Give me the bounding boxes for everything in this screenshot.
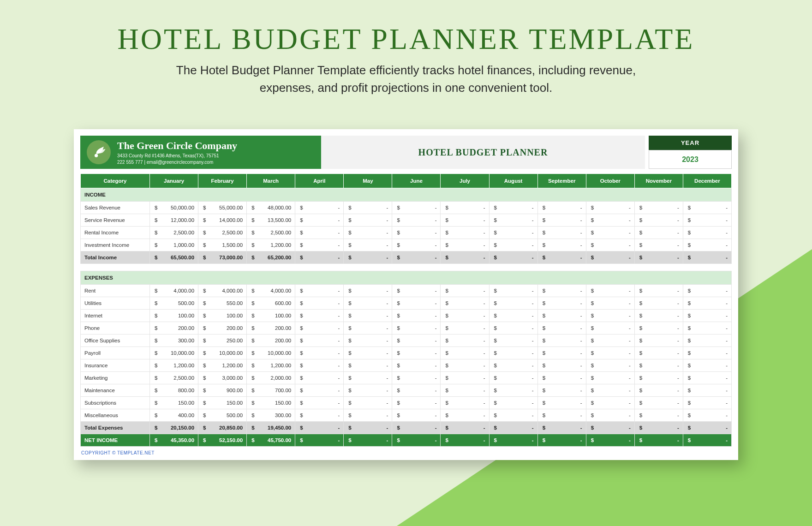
cell-value[interactable]: $- [441, 251, 489, 264]
cell-value[interactable]: $- [683, 422, 731, 434]
cell-value[interactable]: $10,000.00 [150, 347, 198, 359]
cell-value[interactable]: $- [634, 310, 683, 322]
cell-value[interactable]: $- [489, 214, 537, 227]
cell-value[interactable]: $- [634, 214, 683, 227]
cell-value[interactable]: $45,750.00 [247, 434, 295, 447]
cell-value[interactable]: $- [586, 384, 634, 397]
cell-value[interactable]: $- [344, 322, 392, 335]
cell-value[interactable]: $- [634, 422, 683, 434]
cell-value[interactable]: $55,000.00 [198, 202, 247, 214]
cell-value[interactable]: $- [441, 214, 489, 227]
cell-value[interactable]: $- [441, 239, 489, 251]
cell-value[interactable]: $- [683, 251, 731, 264]
cell-value[interactable]: $- [344, 397, 392, 409]
cell-value[interactable]: $- [344, 202, 392, 214]
cell-value[interactable]: $1,200.00 [247, 239, 295, 251]
cell-value[interactable]: $- [489, 239, 537, 251]
cell-value[interactable]: $4,000.00 [198, 285, 247, 297]
cell-value[interactable]: $- [392, 359, 441, 372]
cell-value[interactable]: $- [683, 434, 731, 447]
cell-value[interactable]: $- [634, 347, 683, 359]
cell-value[interactable]: $- [537, 227, 586, 239]
cell-value[interactable]: $- [537, 434, 586, 447]
cell-value[interactable]: $- [344, 409, 392, 422]
cell-value[interactable]: $- [586, 239, 634, 251]
cell-value[interactable]: $- [295, 434, 344, 447]
cell-value[interactable]: $2,500.00 [198, 227, 247, 239]
cell-value[interactable]: $- [537, 310, 586, 322]
cell-value[interactable]: $2,000.00 [247, 372, 295, 384]
cell-value[interactable]: $- [344, 347, 392, 359]
cell-value[interactable]: $- [441, 359, 489, 372]
cell-value[interactable]: $- [295, 397, 344, 409]
cell-value[interactable]: $65,200.00 [247, 251, 295, 264]
cell-value[interactable]: $800.00 [150, 384, 198, 397]
cell-value[interactable]: $- [441, 310, 489, 322]
cell-value[interactable]: $- [441, 397, 489, 409]
cell-value[interactable]: $200.00 [198, 322, 247, 335]
cell-value[interactable]: $- [295, 202, 344, 214]
cell-value[interactable]: $65,500.00 [150, 251, 198, 264]
cell-value[interactable]: $- [586, 422, 634, 434]
cell-value[interactable]: $- [489, 202, 537, 214]
cell-value[interactable]: $- [344, 359, 392, 372]
cell-value[interactable]: $400.00 [150, 409, 198, 422]
cell-value[interactable]: $- [344, 297, 392, 310]
cell-value[interactable]: $- [295, 422, 344, 434]
cell-value[interactable]: $45,350.00 [150, 434, 198, 447]
cell-value[interactable]: $- [295, 251, 344, 264]
cell-value[interactable]: $19,450.00 [247, 422, 295, 434]
cell-value[interactable]: $- [537, 214, 586, 227]
cell-value[interactable]: $200.00 [150, 322, 198, 335]
cell-value[interactable]: $- [392, 335, 441, 347]
cell-value[interactable]: $- [344, 434, 392, 447]
cell-value[interactable]: $- [683, 227, 731, 239]
cell-value[interactable]: $48,000.00 [247, 202, 295, 214]
cell-value[interactable]: $- [441, 409, 489, 422]
cell-value[interactable]: $- [683, 372, 731, 384]
cell-value[interactable]: $- [634, 359, 683, 372]
cell-value[interactable]: $- [586, 202, 634, 214]
cell-value[interactable]: $- [634, 372, 683, 384]
cell-value[interactable]: $- [634, 285, 683, 297]
cell-value[interactable]: $- [441, 202, 489, 214]
cell-value[interactable]: $- [392, 214, 441, 227]
cell-value[interactable]: $- [634, 397, 683, 409]
cell-value[interactable]: $- [537, 347, 586, 359]
cell-value[interactable]: $1,200.00 [198, 359, 247, 372]
cell-value[interactable]: $- [295, 372, 344, 384]
cell-value[interactable]: $- [441, 335, 489, 347]
cell-value[interactable]: $- [683, 359, 731, 372]
cell-value[interactable]: $- [683, 384, 731, 397]
cell-value[interactable]: $2,500.00 [247, 227, 295, 239]
cell-value[interactable]: $- [295, 214, 344, 227]
cell-value[interactable]: $73,000.00 [198, 251, 247, 264]
cell-value[interactable]: $- [344, 227, 392, 239]
cell-value[interactable]: $- [295, 322, 344, 335]
cell-value[interactable]: $- [634, 322, 683, 335]
cell-value[interactable]: $- [441, 227, 489, 239]
cell-value[interactable]: $- [441, 434, 489, 447]
cell-value[interactable]: $500.00 [198, 409, 247, 422]
cell-value[interactable]: $- [683, 239, 731, 251]
cell-value[interactable]: $- [295, 409, 344, 422]
cell-value[interactable]: $- [537, 409, 586, 422]
cell-value[interactable]: $- [295, 285, 344, 297]
cell-value[interactable]: $- [489, 434, 537, 447]
cell-value[interactable]: $- [537, 202, 586, 214]
cell-value[interactable]: $- [586, 347, 634, 359]
cell-value[interactable]: $- [683, 285, 731, 297]
cell-value[interactable]: $- [392, 422, 441, 434]
cell-value[interactable]: $150.00 [198, 397, 247, 409]
cell-value[interactable]: $700.00 [247, 384, 295, 397]
cell-value[interactable]: $- [295, 347, 344, 359]
cell-value[interactable]: $- [537, 335, 586, 347]
cell-value[interactable]: $- [634, 227, 683, 239]
cell-value[interactable]: $- [489, 251, 537, 264]
cell-value[interactable]: $- [441, 297, 489, 310]
cell-value[interactable]: $13,500.00 [247, 214, 295, 227]
cell-value[interactable]: $10,000.00 [198, 347, 247, 359]
cell-value[interactable]: $- [634, 297, 683, 310]
cell-value[interactable]: $300.00 [150, 335, 198, 347]
cell-value[interactable]: $20,850.00 [198, 422, 247, 434]
